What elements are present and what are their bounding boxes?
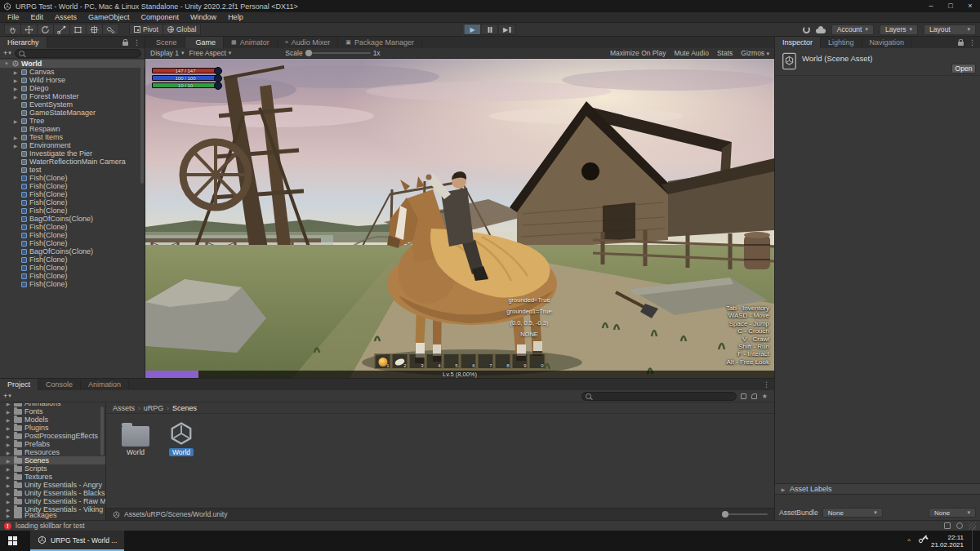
hotbar-slot[interactable]: 9 [512,353,528,369]
menu-item[interactable]: Assets [49,12,82,23]
search-by-type-icon[interactable] [741,393,746,399]
title-bar[interactable]: URPG Test - World - PC, Mac & Linux Stan… [0,0,980,12]
inspector-tab[interactable]: Lighting [821,37,862,48]
lock-icon[interactable] [958,42,964,46]
folder-row[interactable]: ▶ Prefabs [0,440,105,448]
rect-tool-button[interactable] [69,24,87,35]
menu-item[interactable]: File [2,12,25,23]
asset-scene-world[interactable]: World [163,420,199,456]
hotbar-slot[interactable]: 1 [375,353,391,369]
hierarchy-item[interactable]: ▶ GameStateManager [0,109,145,117]
favorites-star-icon[interactable]: ★ [762,393,768,400]
tab-hierarchy[interactable]: Hierarchy [0,37,47,48]
folder-row[interactable]: ▶ Fonts [0,407,105,415]
kebab-menu-icon[interactable]: ⋮ [133,38,140,47]
folder-row[interactable]: ▶ Models [0,415,105,424]
account-dropdown[interactable]: Account▾ [831,24,874,35]
minimize-button[interactable]: – [921,0,941,12]
foldout-arrow-icon[interactable]: ▶ [12,69,19,75]
foldout-arrow-icon[interactable]: ▶ [5,433,11,439]
hierarchy-item[interactable]: ▶ Diego [0,84,145,92]
open-button[interactable]: Open [951,64,976,73]
maximize-on-play-toggle[interactable]: Maximize On Play [610,49,666,57]
breadcrumb-assets[interactable]: Assets [113,404,135,412]
hierarchy-item[interactable]: ▶ BagOfCoins(Clone) [0,247,145,256]
hierarchy-item[interactable]: ▶ Fish(Clone) [0,256,145,264]
hierarchy-item[interactable]: ▶ Fish(Clone) [0,198,145,207]
game-viewport[interactable]: 147 / 147 100 / 100 10 / 10 [145,59,774,378]
pivot-toggle[interactable]: Pivot [129,24,163,35]
status-message[interactable]: loading skillbar for test [16,522,85,530]
maximize-button[interactable]: □ [941,0,960,12]
hierarchy-scrollbar[interactable] [140,61,144,184]
foldout-arrow-icon[interactable]: ▶ [12,143,19,149]
hierarchy-item[interactable]: ▶ Forest Monster [0,92,145,100]
show-desktop-button[interactable] [972,531,975,551]
foldout-arrow-icon[interactable]: ▶ [12,94,19,100]
stats-toggle[interactable]: Stats [717,49,733,57]
zoom-slider-thumb[interactable] [722,511,728,518]
bottom-tab[interactable]: Console [38,379,81,390]
hierarchy-item[interactable]: ▶ Fish(Clone) [0,231,145,239]
create-asset-button[interactable]: +▾ [3,392,11,400]
step-button[interactable]: ▶ [498,24,516,35]
tray-expand-icon[interactable]: ^ [907,537,911,544]
activity-icon[interactable] [944,522,951,529]
close-button[interactable]: × [960,0,980,12]
folder-row[interactable]: ▶ Scenes [0,456,105,464]
scale-slider[interactable] [305,52,371,54]
hierarchy-item[interactable]: ▶ Test Items [0,133,145,141]
folder-row[interactable]: ▶ Unity Essentials - Blacks [0,489,105,497]
play-button[interactable]: ▶ [464,24,482,35]
rotate-tool-button[interactable] [37,24,54,35]
inspector-tab[interactable]: Navigation [862,37,913,48]
project-searchbox[interactable] [581,392,737,401]
foldout-arrow-icon[interactable]: ▶ [12,135,19,140]
bottom-tab[interactable]: Project [0,379,38,390]
hierarchy-item[interactable]: ▶ Respawn [0,125,145,133]
bottom-tab[interactable]: Animation [81,379,129,390]
cloud-icon[interactable] [816,29,826,33]
hierarchy-item[interactable]: ▶ Investigate the Pier [0,149,145,158]
hierarchy-item[interactable]: ▶ Fish(Clone) [0,223,145,231]
hierarchy-item[interactable]: ▶ Environment [0,141,145,149]
hand-tool-button[interactable] [4,24,21,35]
hierarchy-search-input[interactable] [27,50,137,57]
asset-labels-section[interactable]: ▶ Asset Labels [775,483,980,495]
view-tab[interactable]: ▣ Package Manager [338,37,422,48]
hotbar-slot[interactable]: 6 [461,353,477,369]
pause-button[interactable] [481,24,499,35]
foldout-arrow-icon[interactable]: ▶ [5,466,11,472]
notifications-icon[interactable] [956,522,963,529]
inspector-tab[interactable]: Inspector [775,37,821,48]
foldout-arrow-icon[interactable]: ▶ [5,442,11,447]
hierarchy-item[interactable]: ▶ EventSystem [0,100,145,109]
foldout-arrow-icon[interactable]: ▶ [12,78,19,83]
move-tool-button[interactable] [20,24,38,35]
foldout-arrow-icon[interactable]: ▶ [5,491,11,496]
start-button-icon[interactable] [8,536,17,545]
foldout-arrow-icon[interactable]: ▶ [5,474,11,480]
hierarchy-item[interactable]: ▶ Fish(Clone) [0,207,145,215]
aspect-dropdown[interactable]: Free Aspect▾ [189,49,231,57]
hierarchy-item[interactable]: ▶ Fish(Clone) [0,182,145,190]
folder-tree-scrollbar[interactable] [100,407,104,455]
foldout-arrow-icon[interactable]: ▶ [5,458,11,464]
hierarchy-item[interactable]: ▶ Fish(Clone) [0,174,145,182]
view-tab[interactable]: Game [185,37,225,48]
view-tab[interactable]: ▦ Animator [224,37,278,48]
folder-row[interactable]: ▶ Plugins [0,424,105,432]
scale-tool-button[interactable] [53,24,70,35]
hierarchy-item[interactable]: ▶ WaterReflectionMain Camera [0,158,145,166]
assetbundle-variant-dropdown[interactable]: None▾ [929,508,976,518]
menu-item[interactable]: Component [136,12,185,23]
assetbundle-dropdown[interactable]: None▾ [822,508,883,518]
hotbar-slot[interactable]: 5 [443,353,460,369]
gizmos-dropdown[interactable]: Gizmos ▾ [741,49,769,57]
menu-item[interactable]: GameObject [82,12,136,23]
lock-icon[interactable] [122,42,128,46]
hierarchy-item[interactable]: ▶ BagOfCoins(Clone) [0,215,145,223]
view-tab[interactable]: Scene [145,37,185,48]
view-tab[interactable]: ≡ Audio Mixer [278,37,339,48]
foldout-arrow-icon[interactable]: ▶ [5,513,11,518]
